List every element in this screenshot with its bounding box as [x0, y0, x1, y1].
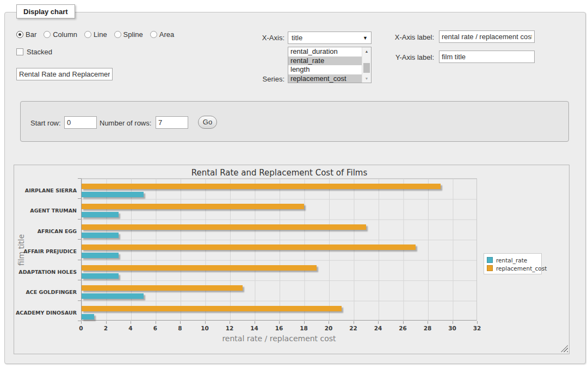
chart-title-input[interactable] [16, 68, 113, 80]
x-tick-mark [329, 321, 329, 324]
x-tick-label: 22 [343, 325, 364, 331]
stacked-label: Stacked [27, 48, 52, 56]
start-row-label: Start row: [30, 119, 61, 127]
x-tick-mark [477, 321, 478, 324]
bar-replacement_cost [82, 204, 304, 209]
radio-icon[interactable] [16, 31, 23, 38]
x-tick-label: 0 [70, 325, 92, 331]
radio-icon[interactable] [150, 31, 157, 38]
chart-type-label: Bar [26, 30, 36, 39]
x-tick-label: 26 [392, 325, 414, 331]
category-label: ACADEMY DINOSAUR [14, 309, 77, 316]
chart-type-label: Area [159, 30, 174, 39]
x-tick-mark [131, 321, 131, 324]
go-button[interactable]: Go [198, 116, 217, 129]
category-label: AFRICAN EGG [14, 228, 77, 235]
x-tick-label: 10 [194, 325, 216, 331]
legend-swatch-icon [487, 257, 493, 263]
x-tick-label: 24 [367, 325, 389, 331]
bar-rental_rate [82, 212, 119, 217]
chart-legend: rental_ratereplacement_cost [484, 253, 542, 274]
x-tick-mark [180, 321, 181, 324]
series-select-label: Series: [239, 75, 284, 83]
x-tick-mark [156, 321, 156, 324]
category-label: ADAPTATION HOLES [14, 268, 77, 275]
x-tick-mark [230, 321, 230, 324]
series-scrollbar[interactable]: ▲ ▼ [362, 47, 371, 83]
x-tick-label: 16 [268, 325, 290, 331]
bar-rental_rate [82, 273, 119, 279]
x-axis-label-input[interactable] [439, 30, 535, 43]
radio-icon[interactable] [84, 31, 91, 38]
legend-item: replacement_cost [487, 264, 539, 272]
series-multiselect[interactable]: ▲ ▼ rental_durationrental_ratelengthrepl… [288, 47, 372, 83]
scrollbar-thumb[interactable] [363, 63, 370, 73]
bar-replacement_cost [82, 285, 243, 291]
x-tick-label: 8 [169, 325, 191, 331]
bar-rental_rate [82, 314, 94, 319]
x-tick-label: 12 [219, 325, 240, 331]
x-tick-mark [428, 321, 428, 324]
chart-type-option-column[interactable]: Column [44, 30, 77, 39]
x-tick-label: 4 [120, 325, 141, 331]
category-label: AIRPLANE SIERRA [14, 187, 77, 194]
x-tick-label: 30 [442, 325, 463, 331]
legend-item: rental_rate [487, 256, 539, 264]
chart-type-option-bar[interactable]: Bar [16, 30, 36, 39]
x-tick-label: 14 [244, 325, 265, 331]
x-tick-mark [304, 321, 305, 324]
y-axis-label-input[interactable] [439, 51, 535, 63]
scroll-up-icon[interactable]: ▲ [362, 47, 371, 55]
y-tick-mark [78, 280, 81, 280]
x-tick-mark [403, 321, 404, 324]
chart-type-option-area[interactable]: Area [150, 30, 174, 39]
row-range-panel: Start row: Number of rows: Go [20, 101, 569, 142]
x-tick-mark [354, 321, 354, 324]
series-option-replacement_cost[interactable]: replacement_cost [288, 74, 362, 84]
stacked-checkbox[interactable] [16, 48, 23, 55]
bar-replacement_cost [82, 184, 441, 189]
chart-type-label: Spline [123, 30, 143, 39]
chevron-down-icon: ▼ [363, 35, 368, 41]
y-tick-mark [78, 178, 81, 179]
bar-rental_rate [82, 293, 144, 299]
x-axis-label-field-label: X-Axis label: [380, 33, 434, 41]
category-label: ACE GOLDFINGER [14, 289, 77, 296]
category-label: AGENT TRUMAN [14, 207, 77, 214]
chart-type-option-spline[interactable]: Spline [114, 30, 143, 39]
y-tick-mark [78, 198, 81, 199]
series-option-rental_duration[interactable]: rental_duration [288, 47, 362, 57]
bar-replacement_cost [82, 306, 342, 311]
legend-swatch-icon [487, 265, 493, 271]
stacked-checkbox-row[interactable]: Stacked [16, 48, 52, 56]
bar-replacement_cost [82, 265, 317, 271]
bar-rental_rate [82, 233, 119, 238]
series-option-length[interactable]: length [288, 65, 362, 74]
number-of-rows-label: Number of rows: [100, 119, 151, 127]
x-tick-mark [205, 321, 206, 324]
number-of-rows-input[interactable] [156, 116, 188, 129]
x-tick-mark [106, 321, 107, 324]
x-axis-select[interactable]: title ▼ [288, 32, 372, 44]
chart-type-option-line[interactable]: Line [84, 30, 107, 39]
y-axis-label-field-label: Y-Axis label: [380, 53, 434, 61]
resize-handle-icon[interactable] [561, 345, 568, 352]
y-tick-mark [78, 300, 81, 301]
panel-title: Display chart [16, 4, 75, 18]
radio-icon[interactable] [44, 31, 51, 38]
chart-container: Rental Rate and Replacement Cost of Film… [14, 165, 570, 354]
start-row-input[interactable] [64, 116, 97, 129]
x-axis-title: rental rate / replacement cost [81, 334, 477, 343]
y-tick-mark [78, 219, 81, 220]
x-tick-mark [378, 321, 379, 324]
series-option-rental_rate[interactable]: rental_rate [288, 57, 362, 66]
scroll-down-icon[interactable]: ▼ [362, 74, 371, 83]
chart-title: Rental Rate and Replacement Cost of Film… [14, 168, 544, 178]
chart-type-label: Column [53, 30, 77, 39]
radio-icon[interactable] [114, 31, 121, 38]
x-tick-label: 20 [318, 325, 339, 331]
chart-type-label: Line [94, 30, 107, 39]
bar-rental_rate [82, 192, 144, 197]
bar-rental_rate [82, 253, 119, 258]
x-tick-mark [255, 321, 255, 324]
